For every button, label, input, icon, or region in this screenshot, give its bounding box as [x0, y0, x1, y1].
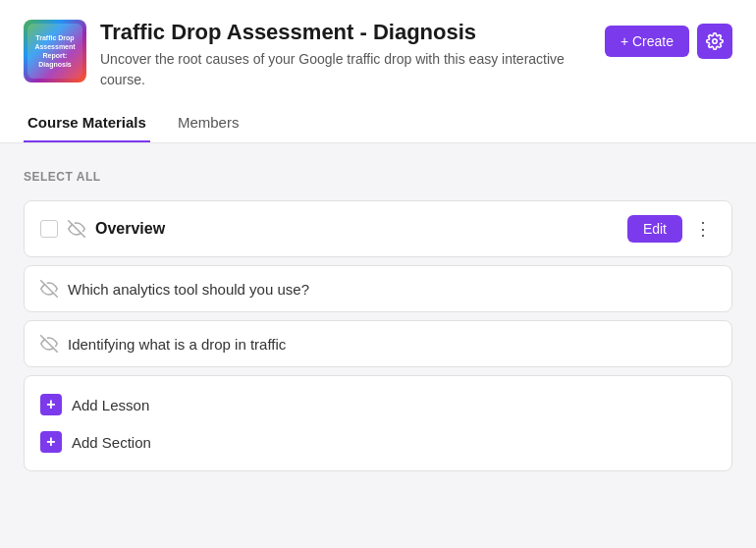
eye-slash-icon-lesson2 — [40, 335, 58, 353]
tabs-bar: Course Materials Members — [24, 104, 732, 142]
eye-slash-icon — [68, 220, 85, 238]
lesson-card-2: Identifying what is a drop in traffic — [24, 320, 732, 367]
course-logo: Traffic Drop Assessment Report: Diagnosi… — [24, 20, 86, 82]
section-checkbox[interactable] — [40, 220, 58, 238]
svg-point-0 — [713, 39, 718, 44]
add-actions-card: + Add Lesson + Add Section — [24, 375, 732, 471]
main-content: SELECT ALL Overview Edit ⋮ — [0, 143, 756, 495]
ellipsis-vertical-icon: ⋮ — [694, 218, 712, 240]
lesson-row-2: Identifying what is a drop in traffic — [25, 321, 731, 366]
eye-slash-icon-lesson1 — [40, 280, 58, 298]
settings-button[interactable] — [697, 24, 732, 59]
add-section-row[interactable]: + Add Section — [40, 423, 716, 461]
course-description: Uncover the root causes of your Google t… — [100, 49, 571, 90]
header-actions: + Create — [605, 24, 732, 59]
more-options-button-overview[interactable]: ⋮ — [690, 216, 716, 242]
add-lesson-row[interactable]: + Add Lesson — [40, 386, 716, 423]
page-header: Traffic Drop Assessment Report: Diagnosi… — [0, 0, 756, 143]
header-top: Traffic Drop Assessment Report: Diagnosi… — [24, 20, 732, 90]
lesson-name-2: Identifying what is a drop in traffic — [68, 336, 286, 353]
add-lesson-label[interactable]: Add Lesson — [72, 397, 149, 413]
add-section-label[interactable]: Add Section — [72, 434, 151, 451]
select-all-row: SELECT ALL — [24, 167, 732, 185]
section-header-overview: Overview Edit ⋮ — [25, 201, 731, 256]
add-section-icon: + — [40, 431, 62, 453]
course-logo-inner: Traffic Drop Assessment Report: Diagnosi… — [27, 24, 82, 79]
section-card-overview: Overview Edit ⋮ — [24, 200, 732, 257]
edit-button-overview[interactable]: Edit — [627, 215, 682, 243]
add-lesson-icon: + — [40, 394, 62, 415]
section-name-overview: Overview — [95, 220, 165, 238]
lesson-card-1: Which analytics tool should you use? — [24, 265, 732, 312]
select-all-label: SELECT ALL — [24, 170, 101, 184]
section-left: Overview — [40, 220, 165, 238]
header-left: Traffic Drop Assessment Report: Diagnosi… — [24, 20, 571, 90]
course-title: Traffic Drop Assessment - Diagnosis — [100, 20, 571, 45]
section-actions-overview: Edit ⋮ — [627, 215, 716, 243]
course-title-block: Traffic Drop Assessment - Diagnosis Unco… — [100, 20, 571, 90]
tab-members[interactable]: Members — [174, 104, 243, 142]
gear-icon — [706, 32, 724, 50]
tab-course-materials[interactable]: Course Materials — [24, 104, 150, 142]
lesson-name-1: Which analytics tool should you use? — [68, 281, 309, 298]
lesson-row-1: Which analytics tool should you use? — [25, 266, 731, 311]
create-button[interactable]: + Create — [605, 26, 689, 57]
